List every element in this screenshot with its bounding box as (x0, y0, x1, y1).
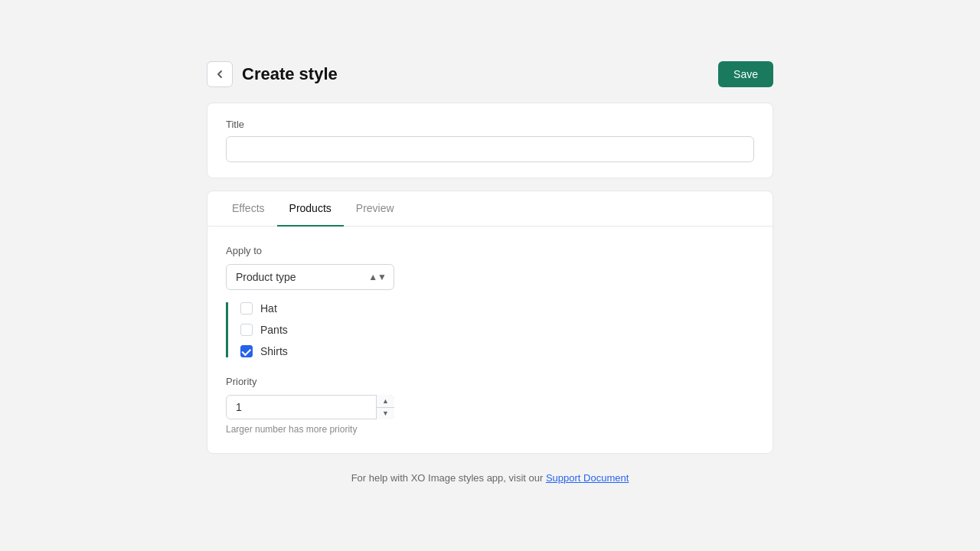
tabs-header: Effects Products Preview (207, 191, 773, 227)
page-header: Create style Save (207, 61, 773, 87)
page-title: Create style (242, 64, 338, 84)
checkbox-item-shirts[interactable]: Shirts (240, 345, 754, 357)
priority-input[interactable] (226, 395, 394, 419)
header-left: Create style (207, 61, 338, 87)
checkbox-label-pants: Pants (260, 324, 288, 336)
product-type-select[interactable]: Product type All products Specific produ… (226, 264, 394, 290)
checkbox-hat[interactable] (240, 302, 253, 315)
tab-effects[interactable]: Effects (220, 191, 277, 227)
checkbox-pants[interactable] (240, 324, 253, 336)
title-input[interactable] (226, 136, 754, 162)
priority-increment-button[interactable]: ▲ (377, 395, 394, 408)
support-document-link[interactable]: Support Document (546, 472, 629, 484)
back-arrow-icon (214, 68, 226, 80)
checkbox-label-hat: Hat (260, 302, 277, 315)
back-button[interactable] (207, 61, 233, 87)
tab-content-products: Apply to Product type All products Speci… (207, 227, 773, 453)
tab-preview[interactable]: Preview (344, 191, 407, 227)
priority-spinners: ▲ ▼ (376, 395, 394, 419)
tab-products[interactable]: Products (277, 191, 344, 227)
product-type-select-wrapper: Product type All products Specific produ… (226, 264, 394, 290)
checkbox-shirts[interactable] (240, 345, 253, 357)
priority-decrement-button[interactable]: ▼ (377, 408, 394, 420)
page-footer: For help with XO Image styles app, visit… (207, 472, 773, 484)
priority-input-wrapper: ▲ ▼ (226, 395, 394, 419)
footer-text: For help with XO Image styles app, visit… (351, 472, 546, 484)
priority-section: Priority ▲ ▼ Larger number has more prio… (226, 376, 754, 435)
save-button[interactable]: Save (718, 61, 773, 87)
apply-to-label: Apply to (226, 245, 754, 256)
title-label: Title (226, 119, 754, 130)
checkbox-item-pants[interactable]: Pants (240, 324, 754, 336)
checkbox-item-hat[interactable]: Hat (240, 302, 754, 315)
checkbox-list: Hat Pants Shirts (226, 302, 754, 357)
title-card: Title (207, 103, 773, 178)
priority-label: Priority (226, 376, 754, 387)
tabs-card: Effects Products Preview Apply to Produc… (207, 191, 773, 454)
priority-hint: Larger number has more priority (226, 424, 754, 435)
apply-to-section: Apply to Product type All products Speci… (226, 245, 754, 357)
checkbox-label-shirts: Shirts (260, 345, 288, 357)
